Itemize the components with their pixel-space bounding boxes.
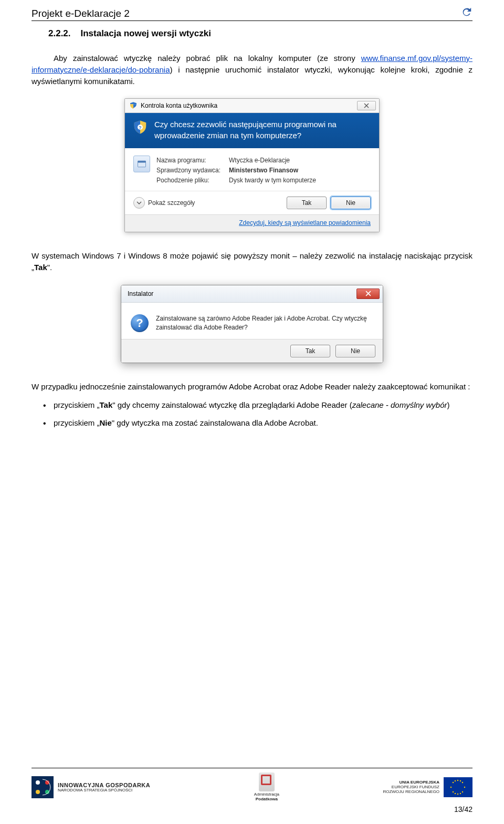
paragraph-3: W przypadku jednocześnie zainstalowanych… [32,381,472,393]
installer-titlebar: Instalator [121,285,383,303]
list-item: przyciskiem „Tak" gdy chcemy zainstalowa… [43,399,472,411]
installer-yes-button[interactable]: Tak [290,345,330,357]
section-heading: 2.2.2. Instalacja nowej wersji wtyczki [48,28,472,39]
svg-point-16 [462,791,463,792]
installer-no-button[interactable]: Nie [335,345,375,357]
uac-details: Nazwa programu:Wtyczka e-Deklaracje Spra… [156,156,316,186]
installer-close-button[interactable] [356,289,380,299]
question-icon: ? [131,314,149,332]
svg-point-19 [455,793,456,794]
installer-dialog: Instalator ? Zainstalowane są zarówno Ad… [121,285,383,363]
close-icon [365,291,371,296]
uac-dialog: Kontrola konta użytkownika ? Czy chcesz … [124,98,380,232]
section-number: 2.2.2. [48,28,71,38]
uac-close-button[interactable] [357,101,376,110]
uac-question: Czy chcesz zezwolić następującemu progra… [154,119,372,141]
uac-no-button[interactable]: Nie [331,197,371,209]
uac-notifications-link[interactable]: Zdecyduj, kiedy są wyświetlane powiadomi… [239,219,371,226]
shield-icon [129,101,138,110]
app-icon [133,156,150,172]
installer-title: Instalator [128,290,153,297]
svg-point-5 [36,780,40,785]
svg-point-10 [457,794,458,795]
svg-point-7 [36,790,40,794]
bullet-list: przyciskiem „Tak" gdy chcemy zainstalowa… [43,399,472,429]
page-header: Projekt e-Deklaracje 2 [32,0,472,21]
refresh-icon [461,6,472,19]
eu-flag-icon [444,777,472,797]
uac-question-bar: ? Czy chcesz zezwolić następującemu prog… [125,113,379,148]
svg-point-14 [462,782,463,783]
logo-unia-europejska: UNIA EUROPEJSKA EUROPEJSKI FUNDUSZ ROZWO… [383,777,472,797]
section-title: Instalacja nowej wersji wtyczki [80,28,211,38]
paragraph-2: W systemach Windows 7 i Windows 8 może p… [32,250,472,273]
close-icon [364,103,369,108]
page-footer: INNOWACYJNA GOSPODARKA NARODOWA STRATEGI… [32,768,472,813]
svg-point-13 [453,782,454,783]
logo-innowacyjna-gospodarka: INNOWACYJNA GOSPODARKA NARODOWA STRATEGI… [32,776,150,798]
svg-point-12 [464,787,465,788]
paragraph-1: Aby zainstalować wtyczkę należy pobrać p… [32,53,472,87]
logo-administracja-podatkowa: Administracja Podatkowa [254,772,279,802]
uac-show-details[interactable]: Pokaż szczegóły [133,197,195,209]
svg-point-18 [460,780,461,781]
svg-rect-3 [138,161,146,162]
svg-point-15 [453,791,454,792]
page-title: Projekt e-Deklaracje 2 [32,8,130,19]
uac-yes-button[interactable]: Tak [287,197,327,209]
uac-titlebar: Kontrola konta użytkownika [125,99,379,113]
list-item: przyciskiem „Nie" gdy wtyczka ma zostać … [43,417,472,429]
page-number: 13/42 [32,805,472,813]
svg-point-9 [457,780,458,781]
uac-title: Kontrola konta użytkownika [141,102,217,109]
svg-point-20 [460,793,461,794]
installer-message: Zainstalowane są zarówno Adobe Reader ja… [156,314,373,333]
svg-point-17 [455,780,456,781]
shield-icon: ? [132,119,148,135]
chevron-down-icon [133,197,145,209]
svg-point-11 [450,787,452,788]
svg-text:?: ? [139,125,141,130]
